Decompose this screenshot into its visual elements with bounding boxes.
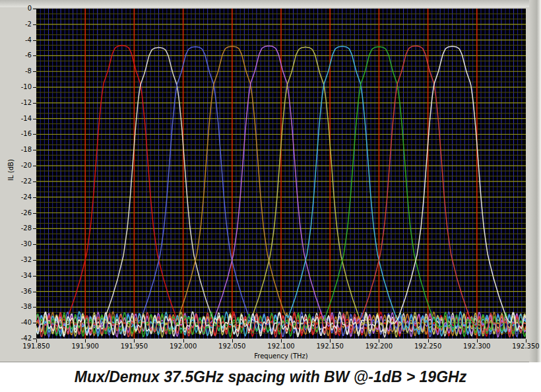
y-tick-mark [33,323,36,323]
x-tick-mark [379,339,379,343]
y-tick-label: -6 [0,51,32,59]
x-tick-label: 192.300 [456,343,498,350]
y-tick-mark [33,213,36,214]
x-tick-mark [183,339,184,343]
y-tick-mark [33,276,36,277]
x-tick-mark [428,339,429,343]
x-tick-label: 192.000 [162,343,205,350]
y-tick-label: -8 [0,67,32,75]
y-tick-label: -14 [0,115,32,123]
y-tick-mark [33,228,36,229]
x-tick-mark [281,339,282,343]
figure-caption-row: Mux/Demux 37.5GHz spacing with BW @-1dB … [0,362,541,392]
panel-top-border [0,0,541,7]
x-axis-label: Frequency (THz) [36,352,526,360]
y-tick-label: -18 [0,146,32,154]
x-tick-mark [330,339,331,343]
x-tick-label: 192.150 [309,343,351,350]
y-tick-mark [33,181,36,182]
y-tick-label: -12 [0,99,32,107]
panel-right-border [529,0,541,362]
y-tick-label: -10 [0,83,32,91]
y-tick-label: -40 [0,319,32,327]
x-tick-label: 191.900 [64,343,106,350]
x-tick-label: 191.850 [15,343,57,350]
graph-panel: IL (dB) 0-2-4-6-8-10-12-14-16-18-20-22-2… [0,0,541,362]
y-tick-mark [33,197,36,198]
x-tick-label: 191.950 [113,343,155,350]
y-tick-mark [33,103,36,104]
y-tick-label: -42 [0,335,32,343]
y-tick-label: -16 [0,130,32,138]
y-tick-mark [33,244,36,245]
front-panel-screenshot: IL (dB) 0-2-4-6-8-10-12-14-16-18-20-22-2… [0,0,541,392]
figure-caption: Mux/Demux 37.5GHz spacing with BW @-1dB … [75,368,466,386]
y-tick-mark [33,134,36,135]
x-tick-label: 192.100 [260,343,302,350]
y-tick-mark [33,87,36,88]
y-tick-label: -28 [0,224,32,232]
y-tick-mark [33,292,36,292]
y-tick-mark [33,55,36,56]
il-vs-frequency-plot[interactable] [36,9,526,339]
y-tick-mark [33,260,36,261]
y-tick-mark [33,9,36,9]
y-tick-label: -30 [0,240,32,248]
y-tick-mark [33,166,36,166]
y-tick-label: -20 [0,162,32,170]
y-tick-mark [33,307,36,308]
plot-canvas[interactable] [36,9,526,339]
y-tick-label: -22 [0,178,32,185]
x-tick-label: 192.350 [505,343,541,350]
y-tick-label: -36 [0,288,32,296]
y-tick-mark [33,40,36,41]
y-tick-mark [33,150,36,150]
x-tick-label: 192.200 [358,343,400,350]
y-tick-label: -38 [0,303,32,311]
x-tick-label: 192.050 [211,343,253,350]
x-tick-mark [526,339,526,343]
y-tick-mark [33,24,36,25]
x-tick-mark [477,339,478,343]
y-tick-label: -2 [0,20,32,28]
y-tick-label: -34 [0,272,32,280]
y-tick-label: -4 [0,36,32,44]
y-tick-mark [33,71,36,72]
y-tick-label: -24 [0,193,32,201]
y-tick-label: 0 [0,5,32,13]
x-tick-mark [134,339,135,343]
x-tick-mark [232,339,233,343]
y-tick-label: -32 [0,256,32,264]
x-tick-mark [85,339,86,343]
x-tick-label: 192.250 [407,343,449,350]
y-tick-label: -26 [0,209,32,217]
x-tick-mark [36,339,37,343]
y-tick-mark [33,119,36,119]
